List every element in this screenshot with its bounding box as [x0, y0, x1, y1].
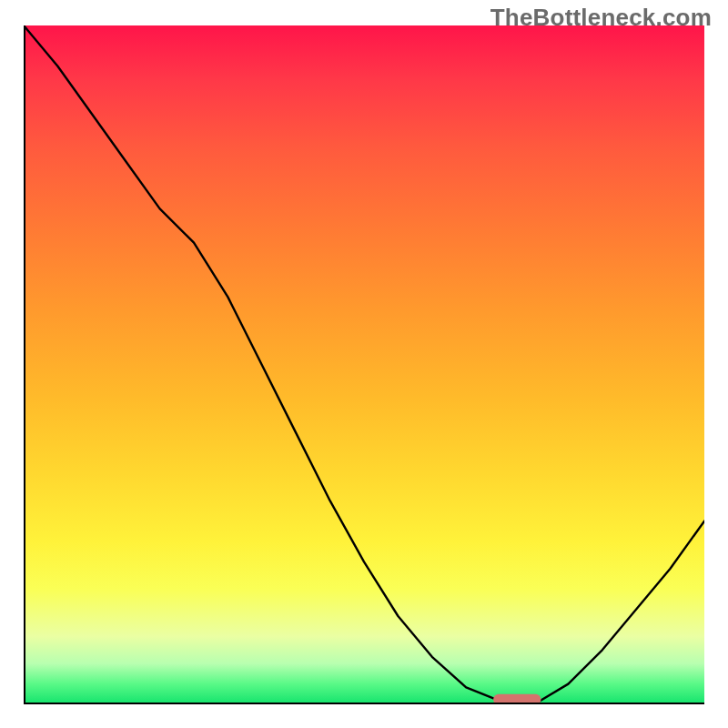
plot-background [24, 25, 704, 704]
watermark-text: TheBottleneck.com [490, 4, 712, 32]
x-axis [24, 703, 704, 704]
y-axis [24, 25, 25, 704]
chart-frame: TheBottleneck.com [0, 0, 728, 728]
